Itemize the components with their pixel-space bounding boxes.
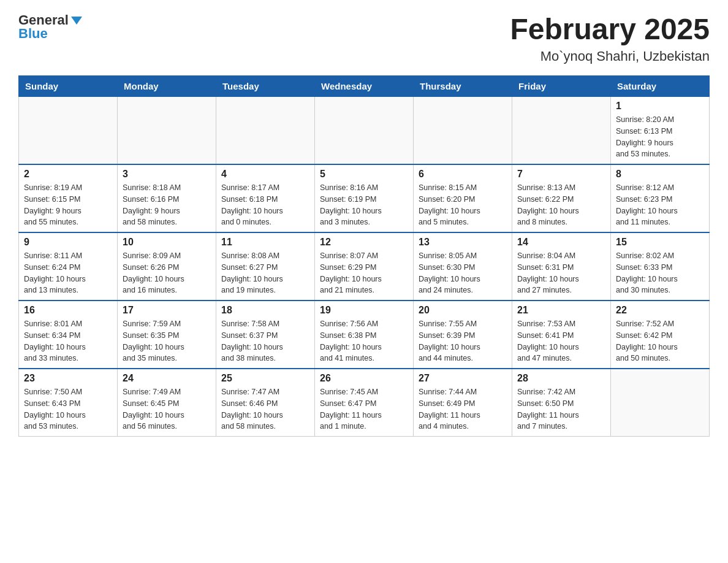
- day-info: Sunrise: 7:59 AMSunset: 6:35 PMDaylight:…: [123, 318, 211, 364]
- day-number: 25: [221, 373, 309, 384]
- day-cell: 14Sunrise: 8:04 AMSunset: 6:31 PMDayligh…: [512, 232, 611, 301]
- day-cell: 2Sunrise: 8:19 AMSunset: 6:15 PMDaylight…: [19, 164, 118, 232]
- day-info: Sunrise: 8:11 AMSunset: 6:24 PMDaylight:…: [24, 250, 112, 296]
- day-cell: 7Sunrise: 8:13 AMSunset: 6:22 PMDaylight…: [512, 164, 611, 232]
- day-info: Sunrise: 8:04 AMSunset: 6:31 PMDaylight:…: [517, 250, 605, 296]
- day-number: 15: [616, 237, 704, 248]
- day-number: 2: [24, 169, 112, 180]
- day-cell: 12Sunrise: 8:07 AMSunset: 6:29 PMDayligh…: [315, 232, 414, 301]
- weekday-header-friday: Friday: [512, 76, 611, 97]
- day-info: Sunrise: 7:42 AMSunset: 6:50 PMDaylight:…: [517, 386, 605, 432]
- week-row-1: 1Sunrise: 8:20 AMSunset: 6:13 PMDaylight…: [19, 97, 710, 165]
- day-cell: 23Sunrise: 7:50 AMSunset: 6:43 PMDayligh…: [19, 369, 118, 437]
- day-number: 16: [24, 305, 112, 316]
- calendar-subtitle: Mo`ynoq Shahri, Uzbekistan: [510, 48, 710, 64]
- day-info: Sunrise: 8:02 AMSunset: 6:33 PMDaylight:…: [616, 250, 704, 296]
- day-number: 3: [123, 169, 211, 180]
- day-cell: 27Sunrise: 7:44 AMSunset: 6:49 PMDayligh…: [414, 369, 512, 437]
- day-number: 11: [221, 237, 309, 248]
- calendar-table: SundayMondayTuesdayWednesdayThursdayFrid…: [18, 75, 710, 437]
- day-number: 9: [24, 237, 112, 248]
- day-cell: [19, 97, 118, 165]
- day-info: Sunrise: 7:58 AMSunset: 6:37 PMDaylight:…: [221, 318, 309, 364]
- day-cell: 16Sunrise: 8:01 AMSunset: 6:34 PMDayligh…: [19, 301, 118, 369]
- day-cell: 15Sunrise: 8:02 AMSunset: 6:33 PMDayligh…: [611, 232, 710, 301]
- logo-arrow-icon: [71, 17, 82, 25]
- day-cell: 18Sunrise: 7:58 AMSunset: 6:37 PMDayligh…: [216, 301, 315, 369]
- day-cell: [315, 97, 414, 165]
- day-info: Sunrise: 7:49 AMSunset: 6:45 PMDaylight:…: [123, 386, 211, 432]
- day-info: Sunrise: 8:01 AMSunset: 6:34 PMDaylight:…: [24, 318, 112, 364]
- page-header: General Blue February 2025 Mo`ynoq Shahr…: [18, 12, 710, 64]
- logo-bottom: Blue: [18, 26, 82, 42]
- day-cell: 1Sunrise: 8:20 AMSunset: 6:13 PMDaylight…: [611, 97, 710, 165]
- day-info: Sunrise: 7:45 AMSunset: 6:47 PMDaylight:…: [320, 386, 408, 432]
- day-info: Sunrise: 8:20 AMSunset: 6:13 PMDaylight:…: [616, 114, 704, 160]
- day-cell: 5Sunrise: 8:16 AMSunset: 6:19 PMDaylight…: [315, 164, 414, 232]
- logo: General Blue: [18, 12, 82, 42]
- weekday-header-monday: Monday: [118, 76, 216, 97]
- day-cell: 6Sunrise: 8:15 AMSunset: 6:20 PMDaylight…: [414, 164, 512, 232]
- day-number: 26: [320, 373, 408, 384]
- day-info: Sunrise: 8:16 AMSunset: 6:19 PMDaylight:…: [320, 182, 408, 228]
- day-cell: 25Sunrise: 7:47 AMSunset: 6:46 PMDayligh…: [216, 369, 315, 437]
- day-info: Sunrise: 8:13 AMSunset: 6:22 PMDaylight:…: [517, 182, 605, 228]
- day-info: Sunrise: 8:07 AMSunset: 6:29 PMDaylight:…: [320, 250, 408, 296]
- day-cell: 26Sunrise: 7:45 AMSunset: 6:47 PMDayligh…: [315, 369, 414, 437]
- day-info: Sunrise: 8:05 AMSunset: 6:30 PMDaylight:…: [419, 250, 507, 296]
- day-info: Sunrise: 8:19 AMSunset: 6:15 PMDaylight:…: [24, 182, 112, 228]
- weekday-header-saturday: Saturday: [611, 76, 710, 97]
- day-cell: 10Sunrise: 8:09 AMSunset: 6:26 PMDayligh…: [118, 232, 216, 301]
- day-info: Sunrise: 8:08 AMSunset: 6:27 PMDaylight:…: [221, 250, 309, 296]
- day-number: 7: [517, 169, 605, 180]
- day-number: 18: [221, 305, 309, 316]
- day-info: Sunrise: 7:55 AMSunset: 6:39 PMDaylight:…: [419, 318, 507, 364]
- day-cell: 13Sunrise: 8:05 AMSunset: 6:30 PMDayligh…: [414, 232, 512, 301]
- day-info: Sunrise: 8:12 AMSunset: 6:23 PMDaylight:…: [616, 182, 704, 228]
- day-number: 21: [517, 305, 605, 316]
- week-row-3: 9Sunrise: 8:11 AMSunset: 6:24 PMDaylight…: [19, 232, 710, 301]
- day-cell: 22Sunrise: 7:52 AMSunset: 6:42 PMDayligh…: [611, 301, 710, 369]
- day-number: 5: [320, 169, 408, 180]
- day-cell: 21Sunrise: 7:53 AMSunset: 6:41 PMDayligh…: [512, 301, 611, 369]
- day-cell: 17Sunrise: 7:59 AMSunset: 6:35 PMDayligh…: [118, 301, 216, 369]
- day-number: 4: [221, 169, 309, 180]
- day-number: 28: [517, 373, 605, 384]
- day-info: Sunrise: 7:52 AMSunset: 6:42 PMDaylight:…: [616, 318, 704, 364]
- day-cell: 20Sunrise: 7:55 AMSunset: 6:39 PMDayligh…: [414, 301, 512, 369]
- day-number: 17: [123, 305, 211, 316]
- day-info: Sunrise: 8:09 AMSunset: 6:26 PMDaylight:…: [123, 250, 211, 296]
- day-cell: 4Sunrise: 8:17 AMSunset: 6:18 PMDaylight…: [216, 164, 315, 232]
- day-number: 24: [123, 373, 211, 384]
- weekday-header-tuesday: Tuesday: [216, 76, 315, 97]
- calendar-title: February 2025: [510, 12, 710, 46]
- week-row-2: 2Sunrise: 8:19 AMSunset: 6:15 PMDaylight…: [19, 164, 710, 232]
- day-info: Sunrise: 7:47 AMSunset: 6:46 PMDaylight:…: [221, 386, 309, 432]
- week-row-4: 16Sunrise: 8:01 AMSunset: 6:34 PMDayligh…: [19, 301, 710, 369]
- day-info: Sunrise: 8:17 AMSunset: 6:18 PMDaylight:…: [221, 182, 309, 228]
- day-cell: 11Sunrise: 8:08 AMSunset: 6:27 PMDayligh…: [216, 232, 315, 301]
- day-cell: 24Sunrise: 7:49 AMSunset: 6:45 PMDayligh…: [118, 369, 216, 437]
- weekday-header-wednesday: Wednesday: [315, 76, 414, 97]
- day-cell: [118, 97, 216, 165]
- day-number: 22: [616, 305, 704, 316]
- day-number: 27: [419, 373, 507, 384]
- day-number: 6: [419, 169, 507, 180]
- logo-blue-text: Blue: [18, 26, 48, 42]
- day-number: 10: [123, 237, 211, 248]
- weekday-header-thursday: Thursday: [414, 76, 512, 97]
- day-number: 20: [419, 305, 507, 316]
- day-cell: 3Sunrise: 8:18 AMSunset: 6:16 PMDaylight…: [118, 164, 216, 232]
- day-info: Sunrise: 7:50 AMSunset: 6:43 PMDaylight:…: [24, 386, 112, 432]
- week-row-5: 23Sunrise: 7:50 AMSunset: 6:43 PMDayligh…: [19, 369, 710, 437]
- day-cell: [611, 369, 710, 437]
- day-cell: 28Sunrise: 7:42 AMSunset: 6:50 PMDayligh…: [512, 369, 611, 437]
- day-info: Sunrise: 7:44 AMSunset: 6:49 PMDaylight:…: [419, 386, 507, 432]
- day-cell: [414, 97, 512, 165]
- day-number: 13: [419, 237, 507, 248]
- day-cell: [512, 97, 611, 165]
- day-cell: 9Sunrise: 8:11 AMSunset: 6:24 PMDaylight…: [19, 232, 118, 301]
- day-cell: 8Sunrise: 8:12 AMSunset: 6:23 PMDaylight…: [611, 164, 710, 232]
- day-info: Sunrise: 8:18 AMSunset: 6:16 PMDaylight:…: [123, 182, 211, 228]
- day-number: 1: [616, 101, 704, 112]
